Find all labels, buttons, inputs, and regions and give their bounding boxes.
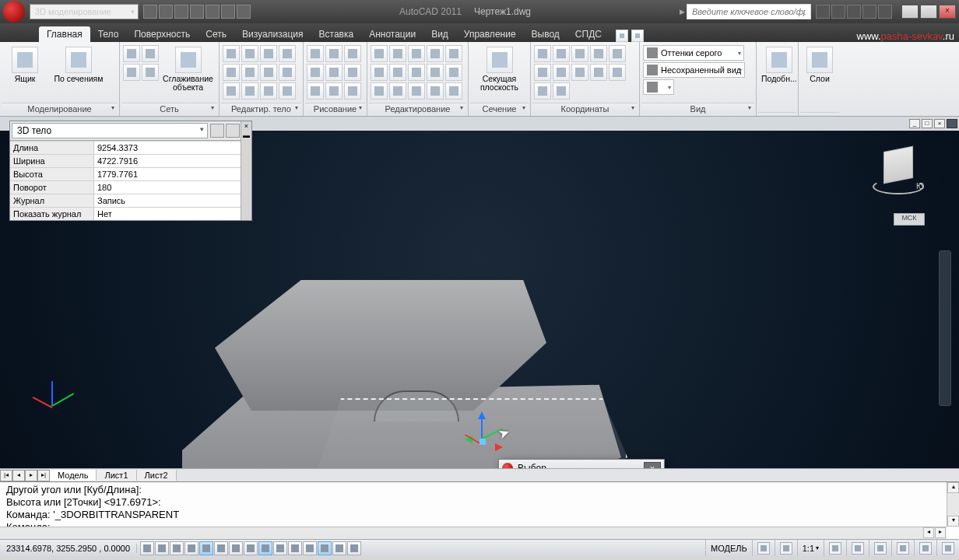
panel-draw[interactable]: Рисование▾ xyxy=(305,103,365,114)
coordinate-display[interactable]: 23314.6978, 3255.2950 , 0.0000 xyxy=(0,544,137,553)
workspace-selector[interactable]: 3D моделирование xyxy=(30,4,139,19)
mod-tool-icon[interactable] xyxy=(371,82,388,100)
cmd-hscrollbar[interactable]: ◂▸ xyxy=(0,527,947,539)
tab-spds[interactable]: СПДС xyxy=(567,26,609,42)
isolate-icon[interactable] xyxy=(919,542,932,555)
panel-coordinates[interactable]: Координаты▾ xyxy=(532,103,638,114)
se-tool-icon[interactable] xyxy=(223,45,240,62)
layout-icon[interactable] xyxy=(757,542,770,555)
ucs-tool-icon[interactable] xyxy=(590,45,607,62)
wcs-chip[interactable]: МСК xyxy=(894,213,925,226)
cmd-vscrollbar[interactable]: ▴▾ xyxy=(947,482,959,527)
ucs-tool-icon[interactable] xyxy=(571,64,588,81)
box-button[interactable]: Ящик xyxy=(3,45,47,85)
binoculars-icon[interactable] xyxy=(816,5,830,19)
qat-redo-icon[interactable] xyxy=(206,5,220,19)
mod-tool-icon[interactable] xyxy=(445,82,462,100)
panel-modeling[interactable]: Моделирование▾ xyxy=(2,103,118,114)
visual-style-combo[interactable]: Оттенки серого xyxy=(643,45,744,61)
lwt-toggle[interactable] xyxy=(273,541,287,555)
layout-nav-prev[interactable]: ◂ xyxy=(12,470,25,481)
qat-print-icon[interactable] xyxy=(221,5,235,19)
extra2-toggle[interactable] xyxy=(347,541,361,555)
signin-icon[interactable] xyxy=(831,5,845,19)
ucs-tool-icon[interactable] xyxy=(553,82,570,100)
navigation-bar[interactable] xyxy=(939,250,951,406)
tab-output[interactable]: Вывод xyxy=(524,26,567,42)
se-tool-icon[interactable] xyxy=(260,45,277,62)
mod-tool-icon[interactable] xyxy=(389,82,406,100)
layers-button[interactable]: Слои xyxy=(802,45,838,85)
tab-annotations[interactable]: Аннотации xyxy=(361,26,423,42)
smooth-button[interactable]: Сглаживание объекта xyxy=(160,45,216,93)
mod-tool-icon[interactable] xyxy=(427,45,444,62)
mod-tool-icon[interactable] xyxy=(371,64,388,81)
mod-tool-icon[interactable] xyxy=(389,64,406,81)
tab-mesh[interactable]: Сеть xyxy=(198,26,234,42)
layout-tab-model[interactable]: Модель xyxy=(50,470,97,481)
dyn-toggle[interactable] xyxy=(258,541,272,555)
layout-nav-first[interactable]: |◂ xyxy=(0,470,12,481)
saved-view-combo[interactable]: Несохраненный вид xyxy=(643,62,745,78)
panel-section[interactable]: Сечение▾ xyxy=(470,103,529,114)
ucs-tool-icon[interactable] xyxy=(534,64,551,81)
panel-solidedit[interactable]: Редактир. тело▾ xyxy=(221,103,301,114)
se-tool-icon[interactable] xyxy=(279,64,296,81)
mod-tool-icon[interactable] xyxy=(408,45,425,62)
mod-tool-icon[interactable] xyxy=(408,64,425,81)
mesh-tool-icon[interactable] xyxy=(123,45,140,62)
mod-tool-icon[interactable] xyxy=(427,64,444,81)
mesh-tool-icon[interactable] xyxy=(123,64,140,81)
grid-toggle[interactable] xyxy=(155,541,169,555)
draw-tool-icon[interactable] xyxy=(307,64,324,81)
draw-tool-icon[interactable] xyxy=(325,82,342,100)
panel-mesh[interactable]: Сеть▾ xyxy=(121,103,217,114)
ucs-tool-icon[interactable] xyxy=(534,45,551,62)
qat-undo-icon[interactable] xyxy=(190,5,204,19)
clean-screen-icon[interactable] xyxy=(942,542,954,555)
extra-toggle[interactable] xyxy=(332,541,346,555)
mesh-tool-icon[interactable] xyxy=(142,45,159,62)
3dosnap-toggle[interactable] xyxy=(214,541,228,555)
se-tool-icon[interactable] xyxy=(260,64,277,81)
ucs-tool-icon[interactable] xyxy=(571,45,588,62)
tab-manage[interactable]: Управление xyxy=(456,26,524,42)
tpy-toggle[interactable] xyxy=(288,541,302,555)
ducs-toggle[interactable] xyxy=(244,541,258,555)
close-button[interactable]: × xyxy=(939,5,956,19)
se-tool-icon[interactable] xyxy=(241,64,258,81)
qp-toggle[interactable] xyxy=(303,541,317,555)
mod-tool-icon[interactable] xyxy=(427,82,444,100)
mod-tool-icon[interactable] xyxy=(408,82,425,100)
anno-vis-icon[interactable] xyxy=(829,542,841,555)
quickview-icon[interactable] xyxy=(780,542,792,555)
se-tool-icon[interactable] xyxy=(223,64,240,81)
draw-tool-icon[interactable] xyxy=(344,82,361,100)
draw-tool-icon[interactable] xyxy=(325,64,342,81)
ucs-tool-icon[interactable] xyxy=(553,64,570,81)
draw-tool-icon[interactable] xyxy=(307,82,324,100)
anno-scale-pill[interactable]: 1:1▾ xyxy=(797,540,824,556)
prop-quickselect-icon[interactable] xyxy=(210,124,224,138)
mod-tool-icon[interactable] xyxy=(389,45,406,62)
draw-tool-icon[interactable] xyxy=(344,45,361,62)
exchange-icon[interactable] xyxy=(847,5,861,19)
minimize-button[interactable]: _ xyxy=(901,5,919,19)
palette-close-icon[interactable]: × xyxy=(241,121,251,131)
ucs-tool-icon[interactable] xyxy=(609,45,626,62)
ortho-toggle[interactable] xyxy=(170,541,184,555)
snap-toggle[interactable] xyxy=(140,541,154,555)
matchprop-button[interactable]: Подобн... xyxy=(760,45,799,85)
qat-save-icon[interactable] xyxy=(174,5,188,19)
se-tool-icon[interactable] xyxy=(241,45,258,62)
osnap-toggle[interactable] xyxy=(199,541,213,555)
polar-toggle[interactable] xyxy=(184,541,198,555)
command-line[interactable]: Другой угол или [Куб/Длина]: Высота или … xyxy=(0,481,959,539)
panel-view[interactable]: Вид▾ xyxy=(641,103,754,114)
maximize-button[interactable]: □ xyxy=(920,5,937,19)
prop-pickadd-icon[interactable] xyxy=(226,124,240,138)
draw-tool-icon[interactable] xyxy=(325,45,342,62)
tab-solid[interactable]: Тело xyxy=(90,26,127,42)
tab-insert[interactable]: Вставка xyxy=(311,26,362,42)
popup-close-button[interactable]: × xyxy=(644,462,661,469)
